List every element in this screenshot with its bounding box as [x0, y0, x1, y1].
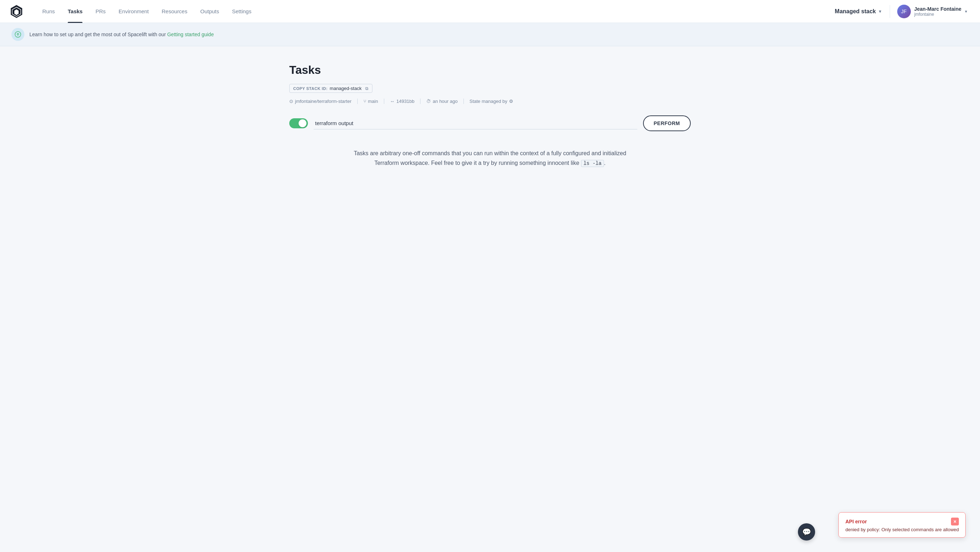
header-divider — [890, 5, 890, 18]
avatar-initials: JF — [901, 9, 907, 14]
logo[interactable] — [9, 3, 24, 19]
meta-state: State managed by ⚙ — [469, 99, 514, 104]
commit-text: 14931bb — [396, 99, 415, 104]
stack-id-badge: COPY STACK ID: managed-stack ⧉ — [289, 84, 372, 93]
toast-title: API error — [845, 519, 867, 524]
perform-button[interactable]: PERFORM — [643, 115, 691, 131]
header: Runs Tasks PRs Environment Resources Out… — [0, 0, 980, 23]
toggle-thumb — [299, 119, 307, 127]
toggle-track[interactable] — [289, 118, 308, 128]
user-section[interactable]: JF Jean-Marc Fontaine jmfontaine ▾ — [893, 2, 971, 21]
description-text-1: Tasks are arbitrary one-off commands tha… — [354, 150, 626, 156]
toast-message: denied by policy: Only selected commands… — [845, 527, 959, 532]
copy-icon[interactable]: ⧉ — [365, 86, 369, 91]
toast-header: API error × — [845, 518, 959, 525]
time-text: an hour ago — [433, 99, 457, 104]
meta-repo: ⊙ jmfontaine/terraform-starter — [289, 99, 358, 104]
nav-item-outputs[interactable]: Outputs — [194, 0, 226, 23]
getting-started-banner: Learn how to set up and get the most out… — [0, 23, 980, 46]
managed-stack-button[interactable]: Managed stack ▾ — [829, 5, 887, 17]
meta-row: ⊙ jmfontaine/terraform-starter ⑂ main ↔ … — [289, 99, 691, 104]
stack-id-row: COPY STACK ID: managed-stack ⧉ — [289, 84, 691, 93]
task-description: Tasks are arbitrary one-off commands tha… — [350, 148, 630, 168]
nav-item-settings[interactable]: Settings — [226, 0, 258, 23]
description-code: ls -la — [581, 160, 604, 167]
managed-stack-label: Managed stack — [835, 8, 876, 15]
chat-icon: 💬 — [802, 528, 811, 536]
stack-id-label: COPY STACK ID: — [293, 86, 328, 91]
branch-text: main — [368, 99, 378, 104]
main-content: Tasks COPY STACK ID: managed-stack ⧉ ⊙ j… — [275, 46, 705, 185]
meta-time: ⏱ an hour ago — [426, 99, 463, 104]
branch-icon: ⑂ — [363, 99, 366, 104]
user-info: Jean-Marc Fontaine jmfontaine — [915, 6, 961, 17]
state-text: State managed by — [469, 99, 508, 104]
meta-commit: ↔ 14931bb — [390, 99, 421, 104]
nav-item-prs[interactable]: PRs — [89, 0, 112, 23]
nav-item-tasks[interactable]: Tasks — [61, 0, 89, 23]
nav-item-environment[interactable]: Environment — [112, 0, 155, 23]
stack-id-value: managed-stack — [330, 86, 362, 91]
github-icon: ⊙ — [289, 99, 293, 104]
repo-text: jmfontaine/terraform-starter — [295, 99, 352, 104]
clock-icon: ⏱ — [426, 99, 431, 104]
avatar: JF — [897, 5, 911, 18]
state-managed-icon: ⚙ — [509, 99, 513, 104]
description-end: . — [604, 160, 605, 166]
user-handle: jmfontaine — [915, 12, 961, 17]
description-text-2: Terraform workspace. Feel free to give i… — [374, 160, 581, 166]
nav-item-resources[interactable]: Resources — [155, 0, 194, 23]
task-toggle[interactable] — [289, 118, 308, 128]
chevron-down-icon: ▾ — [879, 9, 881, 14]
header-right: Managed stack ▾ JF Jean-Marc Fontaine jm… — [829, 2, 971, 21]
user-dropdown-icon: ▾ — [965, 9, 967, 14]
chat-button[interactable]: 💬 — [798, 523, 815, 541]
page-title: Tasks — [289, 64, 691, 77]
banner-text: Learn how to set up and get the most out… — [29, 32, 214, 37]
meta-branch: ⑂ main — [363, 99, 384, 104]
commit-icon: ↔ — [390, 99, 395, 104]
api-error-toast: API error × denied by policy: Only selec… — [838, 512, 966, 538]
nav-item-runs[interactable]: Runs — [36, 0, 61, 23]
main-nav: Runs Tasks PRs Environment Resources Out… — [36, 0, 829, 23]
getting-started-link[interactable]: Getting started guide — [167, 32, 214, 37]
user-name: Jean-Marc Fontaine — [915, 6, 961, 12]
task-input-row: PERFORM — [289, 115, 691, 131]
banner-text-main: Learn how to set up and get the most out… — [29, 32, 167, 37]
banner-icon — [11, 28, 24, 41]
task-command-input[interactable] — [313, 117, 637, 129]
toast-close-button[interactable]: × — [951, 518, 959, 525]
